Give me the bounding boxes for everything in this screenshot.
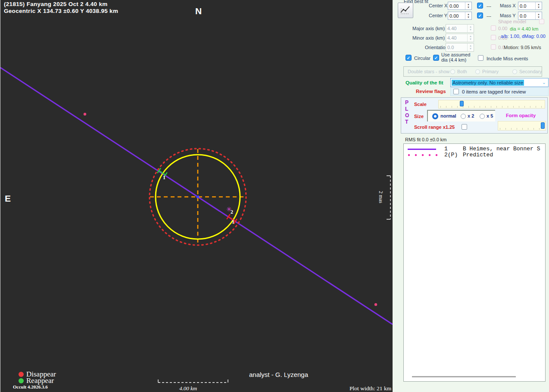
double-stars-label: Double stars - show	[408, 69, 449, 74]
center-y-value[interactable]: 0.00	[448, 13, 465, 19]
form-opacity-label: Form opacity	[506, 113, 536, 118]
center-y-lock-checkbox[interactable]: ✓	[477, 12, 483, 19]
orientation-input: 0.0 ▲▼	[446, 43, 474, 52]
app-version-label: Occult 4.2026.3.6	[13, 384, 48, 389]
use-assumed-line1: Use assumed	[441, 52, 470, 57]
quality-of-fit-value[interactable]: Astrometry only. No reliable size	[452, 80, 524, 86]
quality-of-fit-dropdown[interactable]: Astrometry only. No reliable size ⌄	[450, 78, 549, 87]
plot-settings-groupbox: P L O T Scale Size normal x 2 x 5 Form o…	[401, 97, 548, 134]
major-axis-input: 4.40 ▲▼	[446, 24, 474, 33]
spinner-up-icon[interactable]: ▲	[537, 13, 540, 16]
occult-app: (21815) Fanyang 2025 Oct 2 4.40 km Geoce…	[0, 0, 549, 392]
plot-title-line2: Geocentric X 134.73 ±0.60 Y 4038.95 km	[4, 8, 118, 15]
center-y-label: Center Y	[429, 13, 447, 18]
rms-fit-label: RMS fit 0.0 ±0.0 km	[405, 137, 447, 142]
spinner-up-icon[interactable]: ▲	[537, 3, 540, 6]
spinner-down-icon[interactable]: ▼	[467, 6, 470, 9]
scale-label: Scale	[414, 102, 427, 107]
minor-axis-input: 4.40 ▲▼	[446, 34, 474, 42]
size-x2-radio[interactable]	[461, 114, 466, 119]
plot-letter: O	[405, 112, 409, 118]
double-stars-primary-label: Primary	[482, 69, 499, 74]
predicted-path-dot	[374, 303, 377, 306]
spinner-up-icon[interactable]: ▲	[467, 3, 470, 6]
include-miss-events-checkbox[interactable]	[478, 55, 483, 61]
review-flags-box: 0 items are tagged for review	[450, 87, 549, 96]
center-x-input[interactable]: 0.00 ▲▼	[448, 2, 472, 10]
motion-readout: Motion: 9.05 km/s	[504, 45, 541, 50]
double-stars-secondary-label: Secondary	[519, 69, 542, 74]
plot-width-label: Plot width: 21 km	[349, 385, 391, 392]
size-normal-radio[interactable]	[432, 113, 438, 119]
plot-area: (21815) Fanyang 2025 Oct 2 4.40 km Geoce…	[0, 0, 393, 392]
review-flags-text: 0 items are tagged for review	[462, 89, 526, 94]
spinner-down-icon: ▼	[469, 47, 472, 50]
spinner-down-icon[interactable]: ▼	[537, 16, 540, 19]
orientation-label: Orientation	[425, 45, 448, 50]
east-label: E	[5, 193, 11, 204]
mass-y-value[interactable]: 0.0	[518, 13, 535, 19]
spinner-down-icon: ▼	[469, 28, 472, 31]
scroll-range-checkbox[interactable]	[462, 124, 467, 130]
center-x-value[interactable]: 0.00	[448, 3, 465, 9]
size-x5-radio[interactable]	[480, 114, 485, 119]
occultation-plot-canvas	[0, 0, 393, 392]
size-option-group: normal x 2 x 5	[427, 110, 495, 121]
center-x-lock-checkbox[interactable]: ✓	[477, 3, 483, 9]
major-axis-alt-value: 0.00	[498, 26, 507, 31]
scale-slider[interactable]	[438, 100, 545, 109]
major-axis-label: Major axis (km)	[412, 26, 445, 31]
check-icon: ✓	[478, 3, 482, 8]
observation-name: Predicted	[463, 152, 493, 158]
orientation-value: 0.0	[446, 45, 467, 50]
mass-x-value[interactable]: 0.0	[518, 3, 535, 9]
observation-row[interactable]: 1 B Heimes, near Bonner S	[404, 146, 546, 152]
spinner-down-icon[interactable]: ▼	[537, 6, 540, 9]
review-flags-checkbox[interactable]	[453, 89, 459, 94]
spinner-up-icon: ▲	[469, 25, 472, 28]
analyst-label: analyst - G. Lyzenga	[249, 371, 308, 378]
double-stars-primary-radio	[475, 69, 480, 74]
major-axis-alt-checkbox	[491, 25, 496, 31]
center-y-input[interactable]: 0.00 ▲▼	[448, 12, 472, 20]
mass-x-label: Mass X	[500, 3, 516, 8]
mass-y-label: Mass Y	[500, 13, 515, 18]
minor-axis-label: Minor axis (km)	[412, 35, 445, 40]
spinner-up-icon[interactable]: ▲	[467, 13, 470, 16]
horizontal-scrollbar[interactable]	[412, 376, 516, 377]
review-flags-label: Review flags	[416, 89, 446, 94]
shape-model-checkbox	[539, 19, 544, 24]
disappear-legend-dot	[19, 372, 24, 377]
check-icon: ✓	[434, 56, 438, 60]
observation-number: 2(P)	[444, 152, 458, 158]
predicted-chord-label: 2	[231, 209, 233, 215]
form-opacity-slider[interactable]	[498, 121, 546, 131]
mas-scale-label: 2 mas	[377, 191, 384, 203]
size-label: Size	[414, 114, 424, 119]
scale-slider-thumb[interactable]	[460, 101, 464, 106]
observation-row[interactable]: 2(P) Predicted	[404, 152, 546, 158]
center-x-dashes: ---	[487, 3, 491, 9]
circular-checkbox[interactable]: ✓	[406, 55, 412, 61]
chevron-down-icon[interactable]: ⌄	[542, 80, 546, 85]
plot-title-line1: (21815) Fanyang 2025 Oct 2 4.40 km	[4, 1, 108, 8]
ab-dmag-readout: a/b: 1.00, dMag: 0.00	[501, 34, 546, 39]
find-best-fit-button[interactable]	[398, 3, 413, 18]
double-stars-groupbox: Double stars - show Both Primary Seconda…	[403, 66, 542, 77]
dia-readout: dia = 4.40 km	[510, 26, 538, 31]
major-axis-value: 4.40	[446, 26, 467, 31]
plot-letter: T	[405, 119, 408, 125]
observation-name: B Heimes, near Bonner S	[463, 146, 540, 152]
reappear-legend-dot	[19, 378, 24, 383]
spinner-down-icon[interactable]: ▼	[467, 16, 470, 19]
use-assumed-dia-checkbox[interactable]: ✓	[433, 55, 439, 61]
spinner-up-icon: ▲	[469, 35, 472, 38]
form-opacity-slider-thumb[interactable]	[541, 122, 545, 129]
center-y-dashes: ---	[487, 13, 491, 19]
spinner-up-icon: ▲	[469, 44, 472, 47]
quality-of-fit-label: Quality of the fit	[406, 80, 443, 85]
mass-x-input[interactable]: 0.0 ▲▼	[518, 2, 542, 10]
reappear-legend-label: Reappear	[26, 376, 54, 385]
include-miss-events-label: Include Miss events	[487, 56, 528, 61]
orientation-alt-checkbox	[491, 44, 496, 50]
